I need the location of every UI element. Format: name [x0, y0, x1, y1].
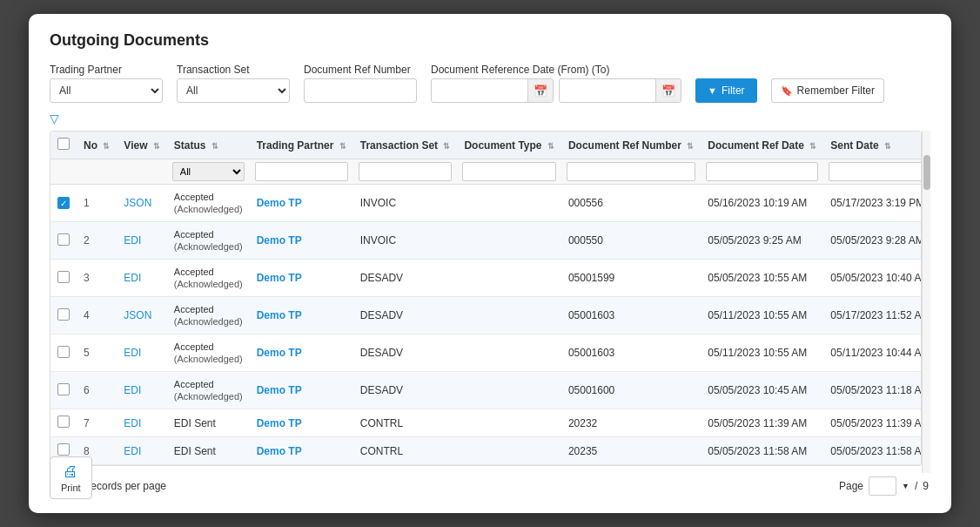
row-trading-partner[interactable]: Demo TP — [250, 437, 353, 465]
row-checkbox[interactable] — [57, 416, 70, 428]
row-view[interactable]: EDI — [117, 409, 166, 437]
doc-ref-number-input[interactable] — [304, 78, 417, 103]
row-checkbox[interactable] — [57, 271, 70, 283]
page-nav-group: Page 1 ▼ / 9 — [839, 476, 929, 496]
header-doc-ref-number: Document Ref Number ⇅ — [561, 132, 701, 159]
filter-icon: ▼ — [708, 85, 717, 96]
date-to-input[interactable]: 05/25/2023 — [560, 79, 655, 102]
current-page-input[interactable]: 1 — [869, 476, 896, 496]
row-trading-partner[interactable]: Demo TP — [250, 334, 353, 372]
row-document-type — [457, 297, 560, 334]
row-status: Accepted(Acknowledged) — [167, 185, 250, 222]
table-scroll-area[interactable]: No ⇅ View ⇅ Status ⇅ Trading Partner ⇅ T… — [50, 131, 922, 473]
sort-tp-icon[interactable]: ⇅ — [339, 142, 346, 151]
calendar-to-icon[interactable]: 📅 — [655, 79, 681, 102]
trading-partner-select[interactable]: All Demo TP — [50, 78, 163, 103]
row-trading-partner[interactable]: Demo TP — [250, 297, 353, 334]
row-view[interactable]: JSON — [117, 297, 166, 334]
row-doc-ref-date: 05/05/2023 10:55 AM — [701, 260, 823, 297]
row-checkbox[interactable] — [57, 233, 70, 246]
row-view[interactable]: EDI — [117, 260, 166, 297]
row-doc-ref-date: 05/05/2023 11:39 AM — [701, 409, 823, 437]
row-doc-ref-number: 20235 — [561, 437, 701, 465]
remember-button-label: Remember Filter — [797, 84, 875, 97]
row-sent-date: 05/05/2023 11:39 AM — [823, 409, 922, 437]
header-doc-ref-date: Document Ref Date ⇅ — [701, 132, 823, 159]
select-all-checkbox[interactable] — [57, 138, 70, 150]
date-from-input[interactable]: 04/25/2023 — [432, 79, 527, 102]
sort-no-icon[interactable]: ⇅ — [103, 142, 110, 151]
row-view[interactable]: EDI — [117, 222, 166, 260]
doctype-column-filter[interactable] — [462, 162, 555, 181]
col-filter-cb — [50, 159, 77, 185]
row-sent-date: 05/11/2023 10:44 AM — [823, 334, 922, 372]
row-checkbox[interactable] — [57, 383, 70, 395]
remember-filter-button[interactable]: 🔖 Remember Filter — [771, 78, 884, 103]
row-checkbox[interactable] — [57, 308, 70, 321]
filter-button[interactable]: ▼ Filter — [695, 78, 757, 103]
trading-partner-label: Trading Partner — [50, 64, 163, 76]
row-status: EDI Sent — [167, 409, 250, 437]
tp-column-filter[interactable] — [255, 162, 348, 181]
sort-view-icon[interactable]: ⇅ — [153, 142, 160, 151]
row-document-type — [457, 437, 560, 465]
row-document-type — [457, 185, 560, 222]
sd-column-filter[interactable] — [829, 162, 922, 181]
row-status: Accepted(Acknowledged) — [167, 260, 250, 297]
outgoing-documents-table: No ⇅ View ⇅ Status ⇅ Trading Partner ⇅ T… — [50, 132, 922, 465]
print-button[interactable]: 🖨 Print — [50, 456, 92, 499]
drn-column-filter[interactable] — [567, 162, 695, 181]
funnel-icon: ▽ — [50, 111, 59, 125]
row-doc-ref-number: 05001603 — [561, 334, 701, 372]
vertical-scrollbar[interactable] — [922, 131, 930, 473]
table-row: 4JSONAccepted(Acknowledged)Demo TPDESADV… — [50, 297, 922, 334]
total-pages: 9 — [923, 480, 929, 492]
transaction-set-filter: Transaction Set All — [177, 64, 290, 103]
row-sent-date: 05/17/2023 11:52 AM — [823, 297, 922, 334]
scrollbar-thumb[interactable] — [923, 155, 930, 190]
sort-dt-icon[interactable]: ⇅ — [547, 142, 554, 151]
header-sent-date: Sent Date ⇅ — [823, 132, 922, 159]
row-doc-ref-number: 05001600 — [561, 372, 701, 409]
row-checkbox[interactable] — [57, 346, 70, 358]
row-view[interactable]: EDI — [117, 437, 166, 465]
table-body: ✓1JSONAccepted(Acknowledged)Demo TPINVOI… — [50, 185, 922, 465]
col-filter-tp — [250, 159, 353, 185]
row-doc-ref-number: 05001599 — [561, 260, 701, 297]
date-to-wrapper: 05/25/2023 📅 — [559, 78, 681, 103]
row-sent-date: 05/05/2023 11:58 AM — [823, 437, 922, 465]
ts-column-filter[interactable] — [359, 162, 453, 181]
page-dropdown-icon[interactable]: ▼ — [902, 482, 910, 490]
row-trading-partner[interactable]: Demo TP — [250, 222, 353, 260]
sort-status-icon[interactable]: ⇅ — [211, 142, 218, 151]
row-trading-partner[interactable]: Demo TP — [250, 409, 353, 437]
row-no: 1 — [77, 185, 117, 222]
row-view[interactable]: JSON — [117, 185, 166, 222]
row-view[interactable]: EDI — [117, 334, 166, 372]
row-trading-partner[interactable]: Demo TP — [250, 260, 353, 297]
transaction-set-select[interactable]: All — [177, 78, 290, 103]
row-trading-partner[interactable]: Demo TP — [250, 372, 353, 409]
row-doc-ref-date: 05/05/2023 9:25 AM — [701, 222, 823, 260]
col-filter-no — [77, 159, 117, 185]
table-container: No ⇅ View ⇅ Status ⇅ Trading Partner ⇅ T… — [50, 131, 922, 466]
table-row: 5EDIAccepted(Acknowledged)Demo TPDESADV0… — [50, 334, 922, 372]
row-status: EDI Sent — [167, 437, 250, 465]
row-no: 4 — [77, 297, 117, 334]
table-row: 6EDIAccepted(Acknowledged)Demo TPDESADV0… — [50, 372, 922, 409]
drd-column-filter[interactable] — [706, 162, 818, 181]
sort-drn-icon[interactable]: ⇅ — [687, 142, 694, 151]
calendar-from-icon[interactable]: 📅 — [527, 79, 553, 102]
row-doc-ref-date: 05/11/2023 10:55 AM — [701, 297, 823, 334]
row-checkbox[interactable] — [57, 443, 70, 456]
row-checkbox[interactable]: ✓ — [57, 197, 70, 209]
sort-drd-icon[interactable]: ⇅ — [809, 142, 816, 151]
status-filter-select[interactable]: All Accepted (Acknowledged) EDI Sent — [172, 162, 245, 181]
row-view[interactable]: EDI — [117, 372, 166, 409]
sort-sd-icon[interactable]: ⇅ — [884, 142, 891, 151]
row-trading-partner[interactable]: Demo TP — [250, 185, 353, 222]
date-from-wrapper: 04/25/2023 📅 — [431, 78, 554, 103]
table-row: 3EDIAccepted(Acknowledged)Demo TPDESADV0… — [50, 260, 922, 297]
col-filter-doctype — [457, 159, 560, 185]
sort-ts-icon[interactable]: ⇅ — [443, 142, 450, 151]
